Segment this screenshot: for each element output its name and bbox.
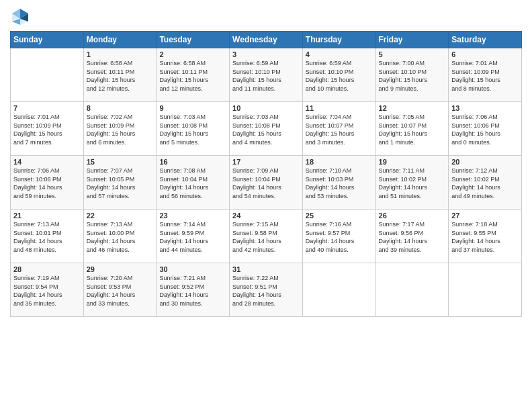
cell-content: Sunrise: 7:06 AM Sunset: 10:06 PM Daylig… [13, 167, 81, 200]
cell-content: Sunrise: 7:00 AM Sunset: 10:10 PM Daylig… [379, 59, 446, 93]
cell-content: Sunrise: 7:17 AM Sunset: 9:56 PM Dayligh… [379, 220, 446, 254]
header-day-tuesday: Tuesday [157, 32, 230, 48]
cell-content: Sunrise: 7:14 AM Sunset: 9:59 PM Dayligh… [159, 220, 226, 254]
day-number: 4 [306, 50, 373, 58]
day-number: 24 [232, 212, 300, 220]
calendar-cell: 23Sunrise: 7:14 AM Sunset: 9:59 PM Dayli… [157, 210, 230, 263]
day-number: 8 [87, 104, 154, 112]
cell-content: Sunrise: 6:59 AM Sunset: 10:10 PM Daylig… [232, 59, 300, 93]
day-number: 22 [87, 212, 154, 220]
calendar-cell: 15Sunrise: 7:07 AM Sunset: 10:05 PM Dayl… [83, 156, 157, 210]
cell-content: Sunrise: 7:05 AM Sunset: 10:07 PM Daylig… [379, 113, 446, 146]
header-day-thursday: Thursday [302, 32, 375, 48]
calendar-cell: 28Sunrise: 7:19 AM Sunset: 9:54 PM Dayli… [11, 263, 84, 317]
calendar-cell: 3Sunrise: 6:59 AM Sunset: 10:10 PM Dayli… [230, 48, 303, 102]
calendar-cell: 27Sunrise: 7:18 AM Sunset: 9:55 PM Dayli… [449, 210, 522, 263]
header-day-monday: Monday [83, 32, 157, 48]
cell-content: Sunrise: 7:20 AM Sunset: 9:53 PM Dayligh… [87, 274, 154, 308]
calendar-table: SundayMondayTuesdayWednesdayThursdayFrid… [10, 31, 522, 317]
day-number: 15 [87, 158, 154, 166]
cell-content: Sunrise: 7:11 AM Sunset: 10:02 PM Daylig… [379, 167, 446, 200]
week-row-0: 1Sunrise: 6:58 AM Sunset: 10:11 PM Dayli… [11, 48, 522, 102]
calendar-cell: 16Sunrise: 7:08 AM Sunset: 10:04 PM Dayl… [157, 156, 230, 210]
day-number: 7 [13, 104, 81, 112]
day-number: 18 [306, 158, 373, 166]
day-number: 14 [13, 158, 81, 166]
cell-content: Sunrise: 7:01 AM Sunset: 10:09 PM Daylig… [13, 113, 81, 146]
header-day-friday: Friday [375, 32, 449, 48]
calendar-cell: 21Sunrise: 7:13 AM Sunset: 10:01 PM Dayl… [11, 210, 84, 263]
day-number: 31 [232, 265, 300, 273]
day-number: 25 [306, 212, 373, 220]
calendar-cell: 9Sunrise: 7:03 AM Sunset: 10:08 PM Dayli… [157, 102, 230, 156]
calendar-cell: 6Sunrise: 7:01 AM Sunset: 10:09 PM Dayli… [449, 48, 522, 102]
calendar-cell: 18Sunrise: 7:10 AM Sunset: 10:03 PM Dayl… [302, 156, 375, 210]
day-number: 10 [232, 104, 300, 112]
calendar-cell: 7Sunrise: 7:01 AM Sunset: 10:09 PM Dayli… [11, 102, 84, 156]
day-number: 1 [87, 50, 154, 58]
calendar-header: SundayMondayTuesdayWednesdayThursdayFrid… [11, 32, 522, 48]
calendar-cell: 24Sunrise: 7:15 AM Sunset: 9:58 PM Dayli… [230, 210, 303, 263]
week-row-1: 7Sunrise: 7:01 AM Sunset: 10:09 PM Dayli… [11, 102, 522, 156]
cell-content: Sunrise: 7:19 AM Sunset: 9:54 PM Dayligh… [13, 274, 81, 308]
calendar-cell: 25Sunrise: 7:16 AM Sunset: 9:57 PM Dayli… [302, 210, 375, 263]
cell-content: Sunrise: 7:09 AM Sunset: 10:04 PM Daylig… [232, 167, 300, 200]
calendar-cell: 12Sunrise: 7:05 AM Sunset: 10:07 PM Dayl… [375, 102, 449, 156]
day-number: 5 [379, 50, 446, 58]
day-number: 2 [159, 50, 226, 58]
cell-content: Sunrise: 7:10 AM Sunset: 10:03 PM Daylig… [306, 167, 373, 200]
cell-content: Sunrise: 7:02 AM Sunset: 10:09 PM Daylig… [87, 113, 154, 146]
header-row: SundayMondayTuesdayWednesdayThursdayFrid… [11, 32, 522, 48]
day-number: 23 [159, 212, 226, 220]
day-number: 19 [379, 158, 446, 166]
day-number: 13 [451, 104, 519, 112]
calendar-cell: 10Sunrise: 7:03 AM Sunset: 10:08 PM Dayl… [230, 102, 303, 156]
day-number: 20 [451, 158, 519, 166]
day-number: 21 [13, 212, 81, 220]
calendar-cell: 26Sunrise: 7:17 AM Sunset: 9:56 PM Dayli… [375, 210, 449, 263]
logo [10, 7, 33, 27]
calendar-cell: 14Sunrise: 7:06 AM Sunset: 10:06 PM Dayl… [11, 156, 84, 210]
cell-content: Sunrise: 7:03 AM Sunset: 10:08 PM Daylig… [232, 113, 300, 146]
day-number: 3 [232, 50, 300, 58]
day-number: 17 [232, 158, 300, 166]
day-number: 9 [159, 104, 226, 112]
page: SundayMondayTuesdayWednesdayThursdayFrid… [0, 0, 532, 411]
day-number: 11 [306, 104, 373, 112]
day-number: 16 [159, 158, 226, 166]
cell-content: Sunrise: 7:04 AM Sunset: 10:07 PM Daylig… [306, 113, 373, 146]
cell-content: Sunrise: 6:59 AM Sunset: 10:10 PM Daylig… [306, 59, 373, 93]
cell-content: Sunrise: 7:21 AM Sunset: 9:52 PM Dayligh… [159, 274, 226, 308]
calendar-cell: 30Sunrise: 7:21 AM Sunset: 9:52 PM Dayli… [157, 263, 230, 317]
cell-content: Sunrise: 7:15 AM Sunset: 9:58 PM Dayligh… [232, 220, 300, 254]
calendar-cell [375, 263, 449, 317]
calendar-cell: 1Sunrise: 6:58 AM Sunset: 10:11 PM Dayli… [83, 48, 157, 102]
calendar-cell [449, 263, 522, 317]
calendar-cell: 19Sunrise: 7:11 AM Sunset: 10:02 PM Dayl… [375, 156, 449, 210]
header [10, 7, 522, 27]
calendar-cell [11, 48, 84, 102]
cell-content: Sunrise: 7:22 AM Sunset: 9:51 PM Dayligh… [232, 274, 300, 308]
header-day-saturday: Saturday [449, 32, 522, 48]
cell-content: Sunrise: 6:58 AM Sunset: 10:11 PM Daylig… [87, 59, 154, 93]
cell-content: Sunrise: 7:16 AM Sunset: 9:57 PM Dayligh… [306, 220, 373, 254]
day-number: 26 [379, 212, 446, 220]
calendar-cell: 4Sunrise: 6:59 AM Sunset: 10:10 PM Dayli… [302, 48, 375, 102]
cell-content: Sunrise: 7:08 AM Sunset: 10:04 PM Daylig… [159, 167, 226, 200]
cell-content: Sunrise: 7:13 AM Sunset: 10:00 PM Daylig… [87, 220, 154, 254]
day-number: 30 [159, 265, 226, 273]
cell-content: Sunrise: 7:12 AM Sunset: 10:02 PM Daylig… [451, 167, 519, 200]
week-row-3: 21Sunrise: 7:13 AM Sunset: 10:01 PM Dayl… [11, 210, 522, 263]
cell-content: Sunrise: 7:13 AM Sunset: 10:01 PM Daylig… [13, 220, 81, 254]
calendar-cell: 13Sunrise: 7:06 AM Sunset: 10:06 PM Dayl… [449, 102, 522, 156]
day-number: 6 [451, 50, 519, 58]
calendar-cell: 11Sunrise: 7:04 AM Sunset: 10:07 PM Dayl… [302, 102, 375, 156]
day-number: 29 [87, 265, 154, 273]
week-row-4: 28Sunrise: 7:19 AM Sunset: 9:54 PM Dayli… [11, 263, 522, 317]
calendar-cell: 22Sunrise: 7:13 AM Sunset: 10:00 PM Dayl… [83, 210, 157, 263]
calendar-cell: 17Sunrise: 7:09 AM Sunset: 10:04 PM Dayl… [230, 156, 303, 210]
cell-content: Sunrise: 7:03 AM Sunset: 10:08 PM Daylig… [159, 113, 226, 146]
header-day-wednesday: Wednesday [230, 32, 303, 48]
calendar-cell: 2Sunrise: 6:58 AM Sunset: 10:11 PM Dayli… [157, 48, 230, 102]
week-row-2: 14Sunrise: 7:06 AM Sunset: 10:06 PM Dayl… [11, 156, 522, 210]
